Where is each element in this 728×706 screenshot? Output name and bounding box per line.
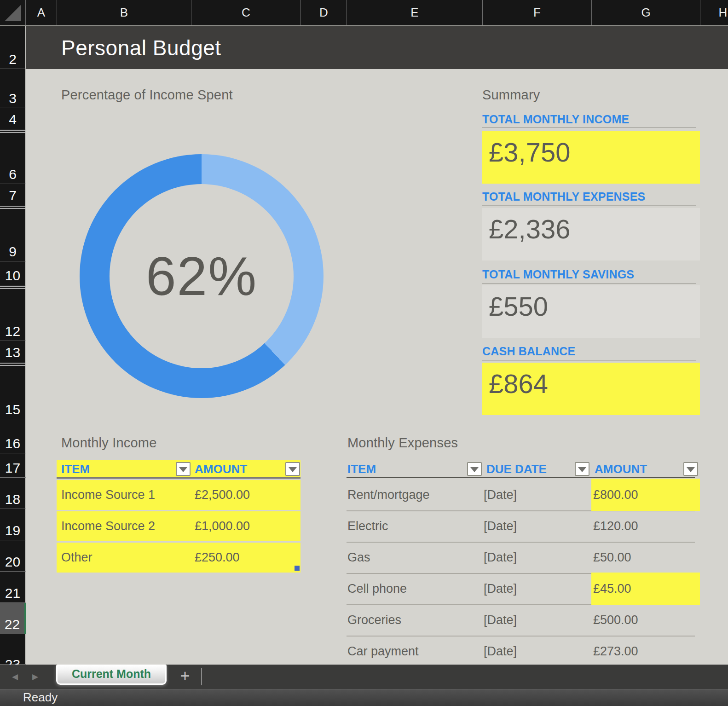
row-number: 18 — [0, 492, 25, 507]
expense-row[interactable]: Rent/mortgage[Date]£800.00 — [347, 480, 700, 510]
expense-amount-filter-dropdown-button[interactable] — [683, 462, 698, 476]
row-header-9[interactable]: 9 — [0, 209, 26, 261]
status-bar: Ready — [0, 689, 728, 706]
row-header-19[interactable]: 19 — [0, 509, 26, 540]
income-item-cell[interactable]: Income Source 2 — [61, 511, 155, 541]
row-number: 17 — [0, 460, 25, 476]
expense-duedate-cell[interactable]: [Date] — [484, 605, 517, 635]
expense-duedate-cell[interactable]: [Date] — [484, 511, 517, 541]
sheet-tab-current-month[interactable]: Current Month — [56, 665, 167, 685]
income-item-cell[interactable]: Income Source 1 — [61, 480, 155, 510]
hidden-rows-indicator[interactable] — [0, 285, 26, 289]
hidden-rows-indicator[interactable] — [0, 205, 26, 209]
expense-duedate-filter-dropdown-button[interactable] — [575, 462, 589, 476]
column-header-A[interactable]: A — [25, 0, 57, 25]
row-number: 21 — [0, 585, 25, 601]
summary-value-cell[interactable]: £550 — [482, 285, 700, 338]
row-header-22[interactable]: 22 — [0, 603, 26, 634]
row-number: 16 — [0, 436, 25, 451]
column-header-G[interactable]: G — [591, 0, 700, 25]
row-header-2[interactable]: 2 — [0, 26, 26, 69]
hidden-rows-indicator[interactable] — [0, 362, 26, 366]
income-row[interactable]: Other£250.00 — [57, 543, 300, 573]
expense-amount-cell[interactable]: £273.00 — [593, 637, 638, 666]
row-header-10[interactable]: 10 — [0, 261, 26, 285]
select-all-corner[interactable] — [0, 0, 26, 25]
column-header-bar: ABCDEFGH — [0, 0, 728, 26]
row-header-17[interactable]: 17 — [0, 453, 26, 478]
expense-row[interactable]: Electric[Date]£120.00 — [347, 511, 700, 541]
tab-scroll-left-button[interactable]: ◀ — [12, 665, 18, 689]
expense-duedate-cell[interactable]: [Date] — [484, 543, 517, 573]
expense-amount-cell[interactable]: £500.00 — [593, 605, 638, 635]
summary-value: £3,750 — [482, 131, 700, 168]
tab-scroll-right-button[interactable]: ▶ — [32, 665, 38, 689]
column-header-H[interactable]: H — [700, 0, 728, 25]
expense-duedate-cell[interactable]: [Date] — [484, 574, 517, 604]
summary-value-cell[interactable]: £864 — [482, 363, 700, 415]
row-header-strip: 234679101213151617181920212223 — [0, 26, 26, 665]
worksheet-title-cell[interactable]: Personal Budget — [26, 26, 728, 69]
column-header-F[interactable]: F — [482, 0, 591, 25]
row-header-21[interactable]: 21 — [0, 572, 26, 603]
income-amount-cell[interactable]: £2,500.00 — [195, 480, 250, 510]
expense-item-cell[interactable]: Rent/mortgage — [347, 480, 430, 510]
row-number: 6 — [0, 167, 25, 182]
row-header-16[interactable]: 16 — [0, 419, 26, 453]
donut-chart[interactable]: 62% — [80, 154, 324, 398]
row-header-12[interactable]: 12 — [0, 289, 26, 341]
row-header-3[interactable]: 3 — [0, 69, 26, 108]
expense-row[interactable]: Car payment[Date]£273.00 — [347, 637, 700, 666]
expense-duedate-cell[interactable]: [Date] — [484, 480, 517, 510]
expense-item-cell[interactable]: Gas — [347, 543, 370, 573]
row-header-18[interactable]: 18 — [0, 478, 26, 509]
summary-value-cell[interactable]: £3,750 — [482, 131, 700, 184]
row-header-13[interactable]: 13 — [0, 341, 26, 362]
expense-column-amount: AMOUNT — [595, 461, 647, 478]
summary-heading: Summary — [482, 87, 540, 103]
row-number: 7 — [0, 188, 25, 203]
income-amount-cell[interactable]: £250.00 — [195, 543, 240, 573]
income-amount-cell[interactable]: £1,000.00 — [195, 511, 250, 541]
row-header-15[interactable]: 15 — [0, 366, 26, 419]
column-header-C[interactable]: C — [191, 0, 300, 25]
column-header-D[interactable]: D — [300, 0, 347, 25]
expense-duedate-cell[interactable]: [Date] — [484, 637, 517, 666]
expense-amount-cell[interactable]: £800.00 — [593, 480, 638, 510]
row-header-6[interactable]: 6 — [0, 133, 26, 184]
expense-row[interactable]: Gas[Date]£50.00 — [347, 543, 700, 573]
expense-item-cell[interactable]: Groceries — [347, 605, 401, 635]
expense-item-filter-dropdown-button[interactable] — [467, 462, 482, 476]
row-header-20[interactable]: 20 — [0, 540, 26, 572]
summary-label: TOTAL MONTHLY INCOME — [482, 113, 700, 126]
summary-underline — [482, 283, 696, 284]
expense-amount-cell[interactable]: £45.00 — [593, 574, 631, 604]
row-number: 22 — [0, 617, 24, 632]
column-header-E[interactable]: E — [347, 0, 482, 25]
row-number: 13 — [0, 345, 25, 360]
summary-value-cell[interactable]: £2,336 — [482, 208, 700, 260]
expense-item-cell[interactable]: Car payment — [347, 637, 419, 666]
income-column-item: ITEM — [61, 461, 90, 478]
expense-row[interactable]: Groceries[Date]£500.00 — [347, 605, 700, 635]
add-sheet-button[interactable]: + — [176, 665, 194, 689]
expense-amount-cell[interactable]: £50.00 — [593, 543, 631, 573]
row-header-23[interactable]: 23 — [0, 634, 26, 665]
select-all-triangle-icon — [0, 0, 25, 24]
income-row[interactable]: Income Source 1£2,500.00 — [57, 480, 300, 510]
hidden-rows-indicator[interactable] — [0, 129, 26, 133]
income-item-filter-dropdown-button[interactable] — [176, 462, 191, 476]
row-header-7[interactable]: 7 — [0, 184, 26, 205]
expense-amount-cell[interactable]: £120.00 — [593, 511, 638, 541]
column-header-B[interactable]: B — [57, 0, 191, 25]
income-amount-filter-dropdown-button[interactable] — [285, 462, 300, 476]
income-row[interactable]: Income Source 2£1,000.00 — [57, 511, 300, 541]
expense-row[interactable]: Cell phone[Date]£45.00 — [347, 574, 700, 604]
expense-column-item: ITEM — [347, 461, 376, 478]
expense-item-cell[interactable]: Electric — [347, 511, 388, 541]
table-resize-handle[interactable] — [295, 566, 300, 571]
row-number: 4 — [0, 112, 25, 127]
row-header-4[interactable]: 4 — [0, 108, 26, 129]
expense-item-cell[interactable]: Cell phone — [347, 574, 407, 604]
income-item-cell[interactable]: Other — [61, 543, 92, 573]
